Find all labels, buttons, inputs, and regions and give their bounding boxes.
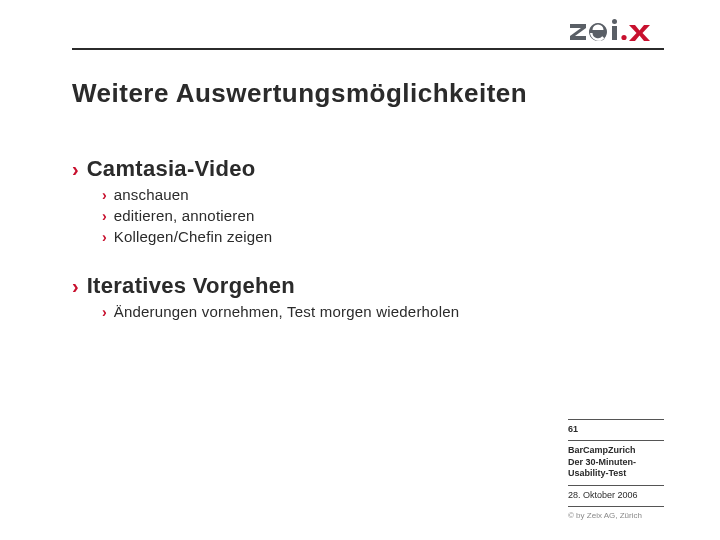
section-heading: › Iteratives Vorgehen <box>72 273 648 299</box>
footer-copyright: © by Zeix AG, Zürich <box>568 506 664 520</box>
list-item-text: Kollegen/Chefin zeigen <box>114 228 273 245</box>
svg-rect-0 <box>612 26 617 40</box>
footer: 61 BarCampZurich Der 30-Minuten- Usabili… <box>568 419 664 520</box>
logo-zeix <box>568 20 664 44</box>
event-line: Der 30-Minuten- <box>568 457 664 468</box>
header-rule <box>72 48 664 50</box>
footer-date-section: 28. Oktober 2006 <box>568 485 664 506</box>
slide: Weitere Auswertungsmöglichkeiten › Camta… <box>0 0 720 540</box>
chevron-icon: › <box>72 276 79 296</box>
list-item-text: anschauen <box>114 186 189 203</box>
footer-date: 28. Oktober 2006 <box>568 490 664 500</box>
list-item: › editieren, annotieren <box>102 207 648 224</box>
list-item: › anschauen <box>102 186 648 203</box>
list-item-text: Änderungen vornehmen, Test morgen wieder… <box>114 303 460 320</box>
footer-event-section: BarCampZurich Der 30-Minuten- Usability-… <box>568 440 664 485</box>
section-heading-text: Camtasia-Video <box>87 156 256 182</box>
chevron-icon: › <box>102 188 107 202</box>
content-area: › Camtasia-Video › anschauen › editieren… <box>72 150 648 322</box>
section-heading: › Camtasia-Video <box>72 156 648 182</box>
page-number: 61 <box>568 424 664 434</box>
chevron-icon: › <box>102 209 107 223</box>
list-item: › Änderungen vornehmen, Test morgen wied… <box>102 303 648 320</box>
chevron-icon: › <box>102 230 107 244</box>
slide-title: Weitere Auswertungsmöglichkeiten <box>72 78 527 109</box>
section-heading-text: Iteratives Vorgehen <box>87 273 295 299</box>
list-item-text: editieren, annotieren <box>114 207 255 224</box>
event-line: BarCampZurich <box>568 445 664 456</box>
footer-page-section: 61 <box>568 419 664 440</box>
event-line: Usability-Test <box>568 468 664 479</box>
list-item: › Kollegen/Chefin zeigen <box>102 228 648 245</box>
chevron-icon: › <box>72 159 79 179</box>
chevron-icon: › <box>102 305 107 319</box>
svg-point-2 <box>621 35 626 40</box>
svg-point-1 <box>612 19 617 24</box>
logo-zeix-svg <box>568 19 664 45</box>
